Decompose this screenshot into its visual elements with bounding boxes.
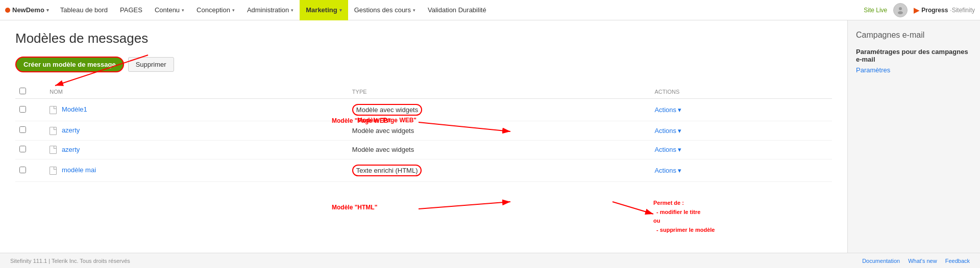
table-row: azerty Modèle avec widgets Actions ▾ — [15, 140, 832, 159]
sidebar-parametres-link[interactable]: Paramètres — [856, 66, 890, 74]
table-header: NOM TYPE ACTIONS — [15, 85, 832, 99]
delete-button[interactable]: Supprimer — [128, 57, 174, 72]
site-live-link[interactable]: Site Live — [864, 7, 887, 14]
sidebar-section-title: Paramétrages pour des campagnes e-mail — [856, 48, 972, 63]
nav-item-conception[interactable]: Conception ▾ — [190, 0, 241, 20]
brand-dot-icon — [5, 8, 10, 13]
progress-sitefinity-logo: ▶ Progress·Sitefinity — [914, 6, 975, 14]
page-title: Modèles de messages — [15, 31, 832, 46]
nav-item-contenu[interactable]: Contenu ▾ — [149, 0, 190, 20]
table-row: modèle mai Texte enrichi (HTML) Actions … — [15, 159, 832, 182]
svg-point-1 — [898, 11, 903, 14]
col-header-type: TYPE — [348, 85, 651, 99]
administration-caret-icon: ▾ — [291, 8, 293, 13]
svg-line-6 — [612, 202, 653, 214]
footer-copyright: Sitefinity 111.1 | Telerik Inc. Tous dro… — [10, 258, 130, 264]
nav-item-gestions[interactable]: Gestions des cours ▾ — [348, 0, 422, 20]
file-icon — [50, 106, 57, 114]
nav-item-pages[interactable]: PAGES — [114, 0, 149, 20]
footer-documentation-link[interactable]: Documentation — [862, 258, 900, 264]
row3-name-link[interactable]: azerty — [62, 146, 80, 153]
sidebar: Campagnes e-mail Paramétrages pour des c… — [847, 20, 980, 253]
row4-actions-button[interactable]: Actions ▾ — [654, 167, 681, 174]
row3-actions-button[interactable]: Actions ▾ — [654, 146, 681, 153]
brand-logo[interactable]: NewDemo ▾ — [5, 6, 49, 14]
annotation-html-label: Modèle "HTML" — [332, 204, 377, 211]
sidebar-title: Campagnes e-mail — [856, 31, 972, 40]
gestions-caret-icon: ▾ — [413, 8, 415, 13]
table-row: azerty Modèle avec widgets Actions ▾ — [15, 121, 832, 141]
nav-item-validation[interactable]: Validation Durabilité — [422, 0, 493, 20]
select-all-checkbox[interactable] — [19, 88, 26, 94]
nav-item-tableau[interactable]: Tableau de bord — [54, 0, 114, 20]
marketing-caret-icon: ▾ — [339, 8, 342, 13]
main-layout: Modèles de messages Créer un modèle de m… — [0, 20, 980, 253]
file-icon — [50, 127, 57, 135]
table-row: Modèle1 Modèle avec widgets Actions ▾ — [15, 99, 832, 121]
row2-actions-button[interactable]: Actions ▾ — [654, 127, 681, 135]
nav-right: Site Live ▶ Progress·Sitefinity — [864, 3, 975, 17]
top-navigation: NewDemo ▾ Tableau de bord PAGES Contenu … — [0, 0, 980, 20]
col-header-name: NOM — [45, 85, 348, 99]
footer-whats-new-link[interactable]: What's new — [908, 258, 937, 264]
svg-line-5 — [419, 202, 510, 209]
user-avatar[interactable] — [893, 3, 908, 17]
row2-type: Modèle avec widgets — [352, 127, 414, 135]
row3-type: Modèle avec widgets — [352, 146, 414, 153]
toolbar: Créer un modèle de message Supprimer — [15, 57, 832, 72]
row4-type-circled: Texte enrichi (HTML) — [352, 165, 422, 176]
row2-checkbox[interactable] — [19, 126, 26, 133]
footer: Sitefinity 111.1 | Telerik Inc. Tous dro… — [0, 253, 980, 268]
row4-name-link[interactable]: modèle mai — [62, 166, 96, 174]
row1-checkbox[interactable] — [19, 106, 26, 113]
row3-checkbox[interactable] — [19, 146, 26, 152]
table-body: Modèle1 Modèle avec widgets Actions ▾ — [15, 99, 832, 182]
nav-left: NewDemo ▾ Tableau de bord PAGES Contenu … — [5, 0, 864, 20]
conception-caret-icon: ▾ — [232, 8, 235, 13]
footer-links: Documentation What's new Feedback — [862, 258, 970, 264]
items-table: NOM TYPE ACTIONS — [15, 85, 832, 182]
content-area: Modèles de messages Créer un modèle de m… — [0, 20, 847, 253]
row1-type-circled: Modèle avec widgets — [352, 104, 422, 116]
row1-actions-button[interactable]: Actions ▾ — [654, 106, 681, 114]
brand-caret-icon: ▾ — [46, 8, 49, 13]
file-icon — [50, 146, 57, 154]
annotation-permet-label: Permet de : - modifier le titre ou - sup… — [653, 199, 715, 234]
create-button[interactable]: Créer un modèle de message — [15, 57, 124, 72]
nav-item-administration[interactable]: Administration ▾ — [241, 0, 300, 20]
svg-point-0 — [899, 7, 902, 10]
contenu-caret-icon: ▾ — [182, 8, 184, 13]
row4-checkbox[interactable] — [19, 167, 26, 173]
nav-item-marketing[interactable]: Marketing ▾ — [300, 0, 348, 20]
col-header-check — [15, 85, 45, 99]
row2-name-link[interactable]: azerty — [62, 126, 80, 134]
file-icon — [50, 167, 57, 175]
footer-feedback-link[interactable]: Feedback — [945, 258, 970, 264]
user-icon — [896, 6, 904, 14]
brand-name: NewDemo — [12, 6, 44, 14]
row1-name-link[interactable]: Modèle1 — [62, 105, 87, 113]
col-header-actions: ACTIONS — [650, 85, 832, 99]
